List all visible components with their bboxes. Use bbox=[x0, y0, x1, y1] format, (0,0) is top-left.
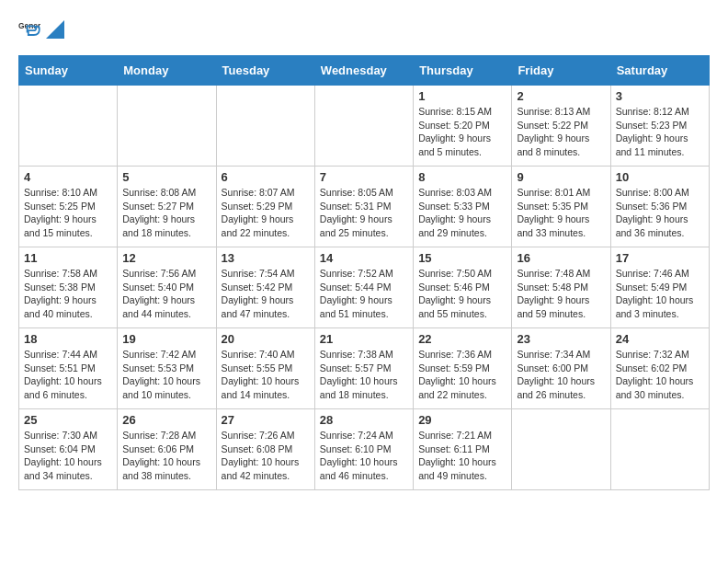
day-cell bbox=[216, 86, 314, 167]
day-info: Sunrise: 7:34 AMSunset: 6:00 PMDaylight:… bbox=[517, 348, 605, 402]
day-cell: 16Sunrise: 7:48 AMSunset: 5:48 PMDayligh… bbox=[512, 247, 610, 328]
day-cell: 15Sunrise: 7:50 AMSunset: 5:46 PMDayligh… bbox=[414, 247, 512, 328]
day-cell: 23Sunrise: 7:34 AMSunset: 6:00 PMDayligh… bbox=[512, 328, 610, 409]
day-info: Sunrise: 8:00 AMSunset: 5:36 PMDaylight:… bbox=[616, 186, 704, 240]
day-info: Sunrise: 8:12 AMSunset: 5:23 PMDaylight:… bbox=[616, 105, 704, 159]
svg-marker-1 bbox=[46, 20, 64, 39]
day-number: 15 bbox=[418, 251, 506, 265]
day-number: 19 bbox=[122, 332, 210, 346]
day-number: 23 bbox=[517, 332, 605, 346]
day-info: Sunrise: 7:30 AMSunset: 6:04 PMDaylight:… bbox=[24, 429, 112, 483]
day-info: Sunrise: 7:24 AMSunset: 6:10 PMDaylight:… bbox=[320, 429, 408, 483]
day-cell: 6Sunrise: 8:07 AMSunset: 5:29 PMDaylight… bbox=[216, 167, 314, 247]
day-number: 26 bbox=[122, 413, 210, 427]
calendar-table: SundayMondayTuesdayWednesdayThursdayFrid… bbox=[18, 55, 710, 490]
day-cell: 11Sunrise: 7:58 AMSunset: 5:38 PMDayligh… bbox=[19, 247, 118, 328]
day-number: 7 bbox=[320, 170, 408, 184]
day-info: Sunrise: 7:48 AMSunset: 5:48 PMDaylight:… bbox=[517, 267, 605, 321]
week-row-3: 11Sunrise: 7:58 AMSunset: 5:38 PMDayligh… bbox=[19, 247, 710, 328]
day-number: 3 bbox=[616, 89, 704, 103]
day-number: 5 bbox=[122, 170, 210, 184]
day-cell bbox=[118, 86, 216, 167]
col-header-thursday: Thursday bbox=[414, 56, 512, 86]
col-header-friday: Friday bbox=[512, 56, 610, 86]
day-number: 28 bbox=[320, 413, 408, 427]
day-cell: 4Sunrise: 8:10 AMSunset: 5:25 PMDaylight… bbox=[19, 167, 118, 247]
day-cell: 12Sunrise: 7:56 AMSunset: 5:40 PMDayligh… bbox=[118, 247, 216, 328]
day-info: Sunrise: 7:21 AMSunset: 6:11 PMDaylight:… bbox=[418, 429, 506, 483]
day-info: Sunrise: 7:56 AMSunset: 5:40 PMDaylight:… bbox=[122, 267, 210, 321]
day-cell: 20Sunrise: 7:40 AMSunset: 5:55 PMDayligh… bbox=[216, 328, 314, 409]
day-info: Sunrise: 7:50 AMSunset: 5:46 PMDaylight:… bbox=[418, 267, 506, 321]
day-number: 27 bbox=[222, 413, 310, 427]
day-cell: 18Sunrise: 7:44 AMSunset: 5:51 PMDayligh… bbox=[19, 328, 118, 409]
day-number: 20 bbox=[222, 332, 310, 346]
day-number: 22 bbox=[418, 332, 506, 346]
day-number: 24 bbox=[616, 332, 704, 346]
week-row-1: 1Sunrise: 8:15 AMSunset: 5:20 PMDaylight… bbox=[19, 86, 710, 167]
day-info: Sunrise: 8:05 AMSunset: 5:31 PMDaylight:… bbox=[320, 186, 408, 240]
day-info: Sunrise: 8:08 AMSunset: 5:27 PMDaylight:… bbox=[122, 186, 210, 240]
day-info: Sunrise: 7:38 AMSunset: 5:57 PMDaylight:… bbox=[320, 348, 408, 402]
day-info: Sunrise: 8:03 AMSunset: 5:33 PMDaylight:… bbox=[418, 186, 506, 240]
day-cell bbox=[610, 409, 709, 490]
week-row-2: 4Sunrise: 8:10 AMSunset: 5:25 PMDaylight… bbox=[19, 167, 710, 247]
day-cell: 21Sunrise: 7:38 AMSunset: 5:57 PMDayligh… bbox=[314, 328, 413, 409]
day-number: 16 bbox=[517, 251, 605, 265]
day-number: 8 bbox=[418, 170, 506, 184]
day-number: 1 bbox=[418, 89, 506, 103]
day-info: Sunrise: 8:10 AMSunset: 5:25 PMDaylight:… bbox=[24, 186, 112, 240]
day-number: 6 bbox=[222, 170, 310, 184]
logo: General bbox=[18, 18, 64, 40]
day-cell: 14Sunrise: 7:52 AMSunset: 5:44 PMDayligh… bbox=[314, 247, 413, 328]
day-info: Sunrise: 7:44 AMSunset: 5:51 PMDaylight:… bbox=[24, 348, 112, 402]
day-cell: 28Sunrise: 7:24 AMSunset: 6:10 PMDayligh… bbox=[314, 409, 413, 490]
day-number: 25 bbox=[24, 413, 112, 427]
day-cell: 13Sunrise: 7:54 AMSunset: 5:42 PMDayligh… bbox=[216, 247, 314, 328]
day-number: 29 bbox=[418, 413, 506, 427]
day-info: Sunrise: 8:01 AMSunset: 5:35 PMDaylight:… bbox=[517, 186, 605, 240]
day-cell: 3Sunrise: 8:12 AMSunset: 5:23 PMDaylight… bbox=[610, 86, 709, 167]
day-cell: 8Sunrise: 8:03 AMSunset: 5:33 PMDaylight… bbox=[414, 167, 512, 247]
day-number: 12 bbox=[122, 251, 210, 265]
week-row-5: 25Sunrise: 7:30 AMSunset: 6:04 PMDayligh… bbox=[19, 409, 710, 490]
day-info: Sunrise: 7:26 AMSunset: 6:08 PMDaylight:… bbox=[222, 429, 310, 483]
logo-icon: General bbox=[18, 18, 40, 40]
day-number: 9 bbox=[517, 170, 605, 184]
day-cell: 2Sunrise: 8:13 AMSunset: 5:22 PMDaylight… bbox=[512, 86, 610, 167]
week-row-4: 18Sunrise: 7:44 AMSunset: 5:51 PMDayligh… bbox=[19, 328, 710, 409]
day-number: 2 bbox=[517, 89, 605, 103]
day-cell: 26Sunrise: 7:28 AMSunset: 6:06 PMDayligh… bbox=[118, 409, 216, 490]
day-number: 17 bbox=[616, 251, 704, 265]
day-info: Sunrise: 7:58 AMSunset: 5:38 PMDaylight:… bbox=[24, 267, 112, 321]
day-info: Sunrise: 7:52 AMSunset: 5:44 PMDaylight:… bbox=[320, 267, 408, 321]
logo-triangle-icon bbox=[46, 20, 64, 39]
day-cell: 10Sunrise: 8:00 AMSunset: 5:36 PMDayligh… bbox=[610, 167, 709, 247]
day-info: Sunrise: 7:36 AMSunset: 5:59 PMDaylight:… bbox=[418, 348, 506, 402]
day-number: 14 bbox=[320, 251, 408, 265]
day-cell: 17Sunrise: 7:46 AMSunset: 5:49 PMDayligh… bbox=[610, 247, 709, 328]
day-info: Sunrise: 7:42 AMSunset: 5:53 PMDaylight:… bbox=[122, 348, 210, 402]
day-cell: 22Sunrise: 7:36 AMSunset: 5:59 PMDayligh… bbox=[414, 328, 512, 409]
day-info: Sunrise: 8:13 AMSunset: 5:22 PMDaylight:… bbox=[517, 105, 605, 159]
day-cell: 9Sunrise: 8:01 AMSunset: 5:35 PMDaylight… bbox=[512, 167, 610, 247]
day-cell: 1Sunrise: 8:15 AMSunset: 5:20 PMDaylight… bbox=[414, 86, 512, 167]
day-info: Sunrise: 7:40 AMSunset: 5:55 PMDaylight:… bbox=[222, 348, 310, 402]
day-info: Sunrise: 7:54 AMSunset: 5:42 PMDaylight:… bbox=[222, 267, 310, 321]
day-info: Sunrise: 8:15 AMSunset: 5:20 PMDaylight:… bbox=[418, 105, 506, 159]
day-number: 13 bbox=[222, 251, 310, 265]
day-cell: 29Sunrise: 7:21 AMSunset: 6:11 PMDayligh… bbox=[414, 409, 512, 490]
day-number: 11 bbox=[24, 251, 112, 265]
day-number: 4 bbox=[24, 170, 112, 184]
col-header-wednesday: Wednesday bbox=[314, 56, 413, 86]
day-cell bbox=[19, 86, 118, 167]
day-info: Sunrise: 7:46 AMSunset: 5:49 PMDaylight:… bbox=[616, 267, 704, 321]
header: General bbox=[18, 18, 710, 40]
day-cell: 25Sunrise: 7:30 AMSunset: 6:04 PMDayligh… bbox=[19, 409, 118, 490]
day-cell bbox=[512, 409, 610, 490]
col-header-tuesday: Tuesday bbox=[216, 56, 314, 86]
day-cell: 7Sunrise: 8:05 AMSunset: 5:31 PMDaylight… bbox=[314, 167, 413, 247]
day-cell: 27Sunrise: 7:26 AMSunset: 6:08 PMDayligh… bbox=[216, 409, 314, 490]
day-cell: 24Sunrise: 7:32 AMSunset: 6:02 PMDayligh… bbox=[610, 328, 709, 409]
header-row: SundayMondayTuesdayWednesdayThursdayFrid… bbox=[19, 56, 710, 86]
